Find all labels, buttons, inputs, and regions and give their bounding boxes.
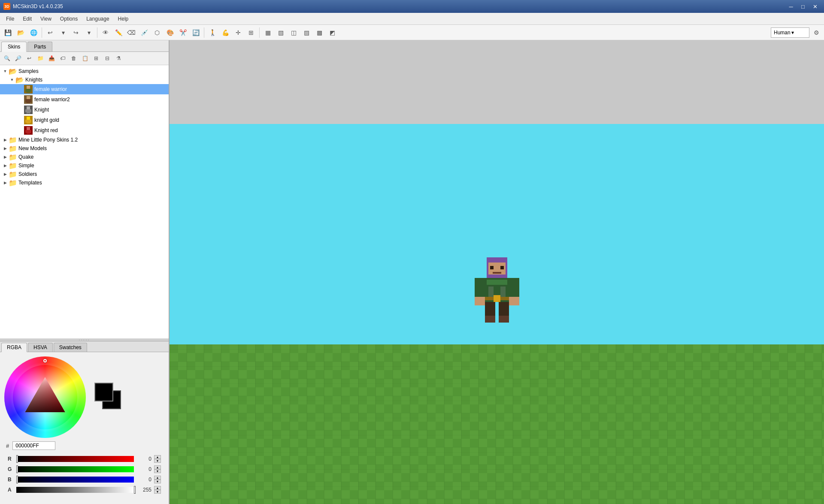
fullscreen-button[interactable]: ⊞ bbox=[245, 27, 257, 39]
tree-item-soldiers[interactable]: ▶ 📁 Soldiers bbox=[0, 170, 169, 178]
svg-rect-18 bbox=[29, 113, 30, 114]
tree-item-simple[interactable]: ▶ 📁 Simple bbox=[0, 161, 169, 170]
web-button[interactable]: 🌐 bbox=[27, 27, 39, 39]
grid-multi-button[interactable]: ⊟ bbox=[102, 53, 112, 63]
label-quake: Quake bbox=[18, 154, 33, 160]
r-spin-up[interactable]: ▲ bbox=[154, 455, 161, 459]
settings-button[interactable]: ⚙ bbox=[810, 27, 822, 39]
g-spin-up[interactable]: ▲ bbox=[154, 465, 161, 469]
copy-button[interactable]: 📋 bbox=[80, 53, 90, 63]
folder-icon-simple: 📁 bbox=[9, 162, 17, 169]
minimize-button[interactable]: ─ bbox=[785, 2, 797, 11]
close-button[interactable]: ✕ bbox=[809, 2, 821, 11]
viewport: ↔ ↑ bbox=[170, 40, 824, 504]
rename-button[interactable]: 🏷 bbox=[58, 53, 68, 63]
g-spin-down[interactable]: ▼ bbox=[154, 469, 161, 473]
pencil-button[interactable]: ✏️ bbox=[112, 27, 124, 39]
window-controls: ─ □ ✕ bbox=[785, 2, 821, 11]
zoom-in-button[interactable]: 🔍 bbox=[2, 53, 12, 63]
svg-rect-42 bbox=[490, 266, 494, 269]
model-dropdown-label: Human bbox=[774, 30, 791, 36]
arm-button[interactable]: 💪 bbox=[219, 27, 231, 39]
ctab-swatches[interactable]: Swatches bbox=[54, 343, 87, 352]
svg-rect-54 bbox=[509, 297, 519, 305]
save-button[interactable]: 💾 bbox=[2, 27, 14, 39]
eyedropper-button[interactable]: 💉 bbox=[138, 27, 150, 39]
back-button[interactable]: ↩ bbox=[24, 53, 34, 63]
b-slider-row: B 0 ▲ ▼ bbox=[8, 476, 161, 483]
menu-file[interactable]: File bbox=[2, 14, 18, 24]
b-spin-down[interactable]: ▼ bbox=[154, 480, 161, 483]
svg-rect-44 bbox=[493, 272, 501, 274]
model-dropdown[interactable]: Human ▾ bbox=[771, 27, 809, 38]
g-slider-track[interactable] bbox=[16, 466, 134, 472]
tool-1[interactable]: ▦ bbox=[262, 27, 274, 39]
open-button[interactable]: 📂 bbox=[15, 27, 27, 39]
tree-item-female-warrior2[interactable]: ▷ female warrior2 bbox=[0, 94, 169, 105]
hex-input[interactable] bbox=[12, 441, 55, 450]
transform-button[interactable]: 🔄 bbox=[190, 27, 202, 39]
menu-edit[interactable]: Edit bbox=[18, 14, 36, 24]
menu-view[interactable]: View bbox=[36, 14, 56, 24]
label-female-warrior2: female warrior2 bbox=[34, 97, 70, 103]
r-slider-track[interactable] bbox=[16, 456, 134, 462]
a-spin-down[interactable]: ▼ bbox=[154, 490, 161, 494]
crop-button[interactable]: ✂️ bbox=[177, 27, 189, 39]
svg-rect-31 bbox=[26, 134, 28, 135]
tool-3[interactable]: ◫ bbox=[288, 27, 300, 39]
b-spin-up[interactable]: ▲ bbox=[154, 476, 161, 480]
undo-dropdown[interactable]: ▾ bbox=[57, 27, 69, 39]
color-wheel[interactable] bbox=[4, 356, 86, 438]
grid-single-button[interactable]: ⊞ bbox=[91, 53, 101, 63]
ctab-rgba[interactable]: RGBA bbox=[1, 343, 27, 352]
label-knight-red: Knight red bbox=[34, 127, 58, 133]
ctab-hsva[interactable]: HSVA bbox=[28, 343, 53, 352]
b-slider-track[interactable] bbox=[16, 477, 134, 483]
import-button[interactable]: 📥 bbox=[46, 53, 57, 63]
tree-item-knight[interactable]: ▷ Knight bbox=[0, 105, 169, 115]
tree-item-new-models[interactable]: ▶ 📁 New Models bbox=[0, 144, 169, 153]
menu-options[interactable]: Options bbox=[56, 14, 82, 24]
tree-item-templates[interactable]: ▶ 📁 Templates bbox=[0, 178, 169, 187]
tab-skins[interactable]: Skins bbox=[1, 42, 27, 52]
eye-button[interactable]: 👁 bbox=[100, 27, 112, 39]
svg-rect-1 bbox=[27, 86, 30, 89]
select-button[interactable]: ⬡ bbox=[151, 27, 163, 39]
menu-language[interactable]: Language bbox=[82, 14, 113, 24]
tree-item-female-warrior[interactable]: ▷ female warrior bbox=[0, 84, 169, 94]
person-button[interactable]: 🚶 bbox=[206, 27, 218, 39]
tab-parts[interactable]: Parts bbox=[27, 42, 52, 51]
tool-6[interactable]: ◩ bbox=[326, 27, 338, 39]
r-spin-down[interactable]: ▼ bbox=[154, 459, 161, 463]
delete-button[interactable]: 🗑 bbox=[69, 53, 79, 63]
fg-swatch[interactable] bbox=[94, 383, 113, 401]
cursor-button[interactable]: ✛ bbox=[232, 27, 244, 39]
wand-button[interactable]: ⚗ bbox=[113, 53, 124, 63]
color-triangle[interactable] bbox=[23, 375, 68, 420]
maximize-button[interactable]: □ bbox=[797, 2, 809, 11]
tool-5[interactable]: ▩ bbox=[313, 27, 325, 39]
tree-item-samples[interactable]: ▼ 📂 Samples bbox=[0, 67, 169, 75]
tool-4[interactable]: ▨ bbox=[300, 27, 312, 39]
fill-button[interactable]: 🎨 bbox=[164, 27, 176, 39]
a-slider-track[interactable] bbox=[16, 487, 134, 493]
tree-item-knight-red[interactable]: ▷ Knight red bbox=[0, 125, 169, 136]
tree-item-quake[interactable]: ▶ 📁 Quake bbox=[0, 153, 169, 161]
tool-2[interactable]: ▧ bbox=[275, 27, 287, 39]
undo-button[interactable]: ↩ bbox=[44, 27, 56, 39]
tree-item-knight-gold[interactable]: ▷ knight gold bbox=[0, 115, 169, 125]
menubar: File Edit View Options Language Help bbox=[0, 13, 824, 25]
redo-button[interactable]: ↪ bbox=[70, 27, 82, 39]
tree-item-knights[interactable]: ▼ 📂 Knights bbox=[0, 75, 169, 84]
menu-help[interactable]: Help bbox=[114, 14, 133, 24]
tree-item-mlp[interactable]: ▶ 📁 Mine Little Pony Skins 1.2 bbox=[0, 136, 169, 144]
eraser-button[interactable]: ⌫ bbox=[125, 27, 137, 39]
zoom-out-button[interactable]: 🔎 bbox=[13, 53, 23, 63]
redo-dropdown[interactable]: ▾ bbox=[83, 27, 95, 39]
svg-rect-58 bbox=[499, 316, 509, 323]
sliders: R 0 ▲ ▼ G bbox=[4, 453, 164, 498]
viewport-3d[interactable] bbox=[170, 124, 824, 504]
new-folder-button[interactable]: 📁 bbox=[35, 53, 45, 63]
a-spin-up[interactable]: ▲ bbox=[154, 486, 161, 490]
skin-thumb-knight bbox=[24, 106, 33, 114]
